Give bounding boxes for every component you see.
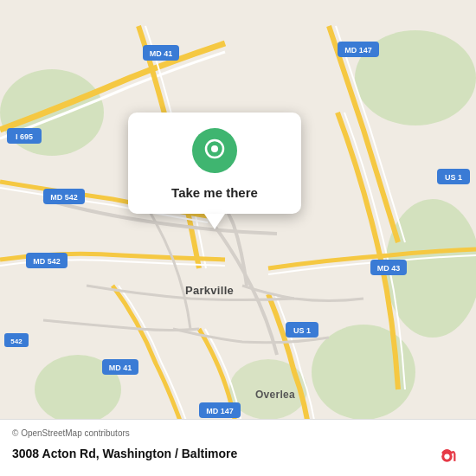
svg-text:MD 542: MD 542 <box>33 257 61 266</box>
attribution-text: © OpenStreetMap contributors <box>12 428 464 438</box>
take-me-there-button[interactable]: Take me there <box>171 183 258 202</box>
svg-text:US 1: US 1 <box>445 173 462 182</box>
svg-text:I 695: I 695 <box>16 132 33 141</box>
location-pin-icon <box>203 138 227 163</box>
address-text: 3008 Acton Rd, Washington / Baltimore <box>12 447 237 460</box>
svg-text:542: 542 <box>10 338 23 345</box>
svg-point-31 <box>211 145 218 152</box>
moovit-icon <box>436 440 464 467</box>
svg-text:MD 542: MD 542 <box>50 193 78 202</box>
svg-text:MD 41: MD 41 <box>109 363 132 372</box>
map-container: I 695 MD 147 MD 41 MD 542 MD 542 542 US … <box>0 0 476 476</box>
popup-tail <box>204 214 225 229</box>
map-svg: I 695 MD 147 MD 41 MD 542 MD 542 542 US … <box>0 0 476 476</box>
svg-text:Overlea: Overlea <box>255 389 295 401</box>
svg-point-34 <box>444 453 449 459</box>
svg-text:MD 41: MD 41 <box>150 49 173 58</box>
svg-text:MD 147: MD 147 <box>344 46 372 55</box>
svg-text:MD 147: MD 147 <box>206 407 234 415</box>
bottom-bar: © OpenStreetMap contributors 3008 Acton … <box>0 419 476 476</box>
popup-card: Take me there <box>128 113 301 214</box>
moovit-logo <box>436 440 464 467</box>
location-info: 3008 Acton Rd, Washington / Baltimore <box>12 440 464 467</box>
svg-text:US 1: US 1 <box>293 326 311 335</box>
location-icon-circle <box>192 128 237 173</box>
svg-text:MD 43: MD 43 <box>377 264 401 273</box>
svg-text:Parkville: Parkville <box>185 284 234 297</box>
